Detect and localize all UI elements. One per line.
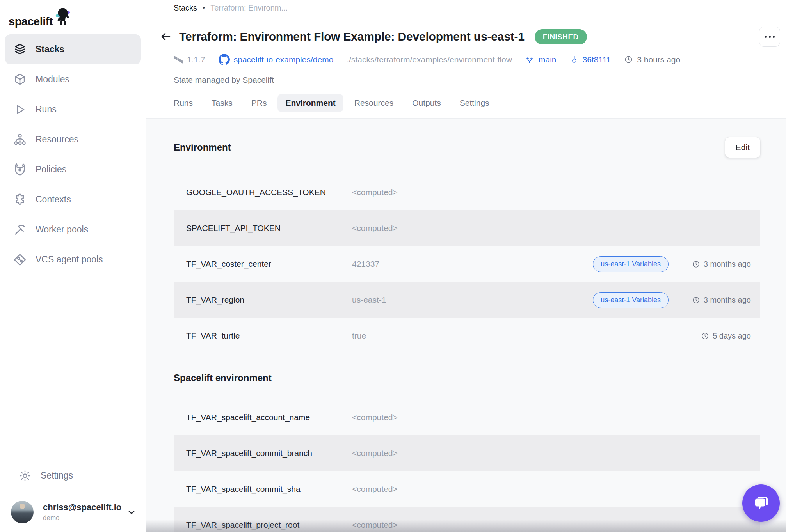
sidebar-item-vcs-agent-pools[interactable]: VCS agent pools: [5, 245, 141, 275]
github-icon: [219, 54, 230, 65]
environment-section-head: Environment Edit: [174, 137, 760, 158]
env-variable-row-tf_var_spacelift_project_root[interactable]: TF_VAR_spacelift_project_root <computed>: [174, 507, 760, 532]
sidebar-item-worker-pools[interactable]: Worker pools: [5, 215, 141, 245]
breadcrumb-separator: •: [203, 4, 205, 12]
commit-icon: [570, 55, 579, 64]
terraform-version: 1.1.7: [174, 55, 205, 65]
tab-prs[interactable]: PRs: [244, 94, 275, 112]
env-variable-row-tf_var_region[interactable]: TF_VAR_region us-east-1 us-east-1 Variab…: [174, 282, 760, 318]
chevron-down-icon: [126, 507, 137, 517]
variable-value: <computed>: [352, 520, 751, 530]
spacelift-environment-rows: TF_VAR_spacelift_account_name <computed>…: [174, 399, 760, 532]
worker-pools-icon: [13, 223, 27, 237]
variable-updated: 5 days ago: [683, 332, 751, 340]
tab-runs[interactable]: Runs: [166, 94, 201, 112]
clock-icon: [624, 55, 633, 64]
tab-environment[interactable]: Environment: [277, 94, 343, 112]
variable-name: TF_VAR_region: [186, 295, 352, 305]
variable-value: <computed>: [352, 188, 751, 197]
gear-icon: [18, 469, 32, 483]
policies-icon: [13, 163, 27, 177]
stacks-icon: [13, 43, 27, 57]
sidebar-item-label: Resources: [36, 134, 78, 145]
env-variable-row-spacelift_api_token[interactable]: SPACELIFT_API_TOKEN <computed>: [174, 210, 760, 246]
sidebar-spacer: [0, 275, 146, 461]
variable-name: TF_VAR_spacelift_commit_sha: [186, 484, 352, 494]
terraform-icon: [174, 55, 183, 65]
breadcrumb: Stacks • Terraform: Environm...: [146, 0, 786, 16]
spacelift-environment-heading: Spacelift environment: [174, 372, 760, 383]
vcs-agent-pools-icon: [13, 253, 27, 267]
env-variable-row-tf_var_spacelift_commit_sha[interactable]: TF_VAR_spacelift_commit_sha <computed>: [174, 471, 760, 507]
sidebar-item-label: Policies: [36, 164, 66, 175]
breadcrumb-stacks-link[interactable]: Stacks: [174, 4, 197, 12]
sidebar-item-stacks[interactable]: Stacks: [5, 34, 141, 64]
environment-content: Environment Edit GOOGLE_OAUTH_ACCESS_TOK…: [146, 119, 786, 532]
tab-outputs[interactable]: Outputs: [404, 94, 449, 112]
env-variable-row-google_oauth_access_token[interactable]: GOOGLE_OAUTH_ACCESS_TOKEN <computed>: [174, 174, 760, 210]
variable-value: <computed>: [352, 223, 751, 233]
brand-name: spacelift: [9, 16, 53, 29]
repo-link[interactable]: spacelift-io-examples/demo: [219, 54, 334, 65]
context-badge[interactable]: us-east-1 Variables: [593, 292, 669, 308]
env-variable-row-tf_var_turtle[interactable]: TF_VAR_turtle true 5 days ago: [174, 318, 760, 354]
user-org: demo: [43, 514, 117, 522]
state-managed-note: State managed by Spacelift: [174, 75, 780, 85]
user-meta: chriss@spacelift.io demo: [43, 502, 117, 522]
sidebar-item-settings[interactable]: Settings: [10, 461, 136, 491]
clock-icon: [701, 332, 709, 340]
branch-link[interactable]: main: [525, 55, 557, 64]
runs-icon: [13, 103, 27, 117]
tab-settings[interactable]: Settings: [452, 94, 497, 112]
page-title: Terraform: Environment Flow Example: Dev…: [179, 30, 525, 43]
variable-name: SPACELIFT_API_TOKEN: [186, 223, 352, 233]
sidebar-item-label: Contexts: [36, 194, 71, 205]
back-arrow-icon[interactable]: [160, 30, 172, 43]
variable-value: 421337: [352, 259, 593, 269]
sidebar: spacelift: [0, 0, 146, 532]
main-area: Stacks • Terraform: Environm... Terrafor…: [146, 0, 786, 532]
sidebar-item-label: Settings: [41, 470, 73, 481]
spacelift-logo[interactable]: spacelift: [0, 4, 146, 34]
spacelift-astronaut-icon: [53, 7, 74, 29]
commit-link[interactable]: 36f8111: [570, 55, 611, 64]
stack-tabs: Runs Tasks PRs Environment Resources Out…: [166, 94, 780, 112]
sidebar-item-label: VCS agent pools: [36, 254, 103, 265]
variable-value: us-east-1: [352, 295, 593, 305]
last-updated: 3 hours ago: [624, 55, 680, 64]
env-variable-row-tf_var_coster_center[interactable]: TF_VAR_coster_center 421337 us-east-1 Va…: [174, 246, 760, 282]
tab-tasks[interactable]: Tasks: [204, 94, 240, 112]
user-email: chriss@spacelift.io: [43, 502, 117, 512]
env-variable-row-tf_var_spacelift_commit_branch[interactable]: TF_VAR_spacelift_commit_branch <computed…: [174, 435, 760, 471]
sidebar-item-policies[interactable]: Policies: [5, 154, 141, 184]
modules-icon: [13, 73, 27, 87]
sidebar-item-label: Runs: [36, 104, 57, 115]
environment-heading: Environment: [174, 142, 231, 153]
chat-bubble-icon: [752, 494, 770, 512]
variable-name: TF_VAR_spacelift_project_root: [186, 520, 352, 530]
edit-button[interactable]: Edit: [725, 137, 760, 158]
chat-widget-button[interactable]: [742, 484, 780, 522]
sidebar-item-modules[interactable]: Modules: [5, 64, 141, 94]
context-badge[interactable]: us-east-1 Variables: [593, 256, 669, 272]
sidebar-item-contexts[interactable]: Contexts: [5, 184, 141, 215]
variable-name: TF_VAR_spacelift_commit_branch: [186, 449, 352, 458]
branch-icon: [525, 55, 535, 64]
breadcrumb-current: Terraform: Environm...: [210, 4, 288, 12]
user-account[interactable]: chriss@spacelift.io demo: [11, 501, 137, 523]
env-variable-row-tf_var_spacelift_account_name[interactable]: TF_VAR_spacelift_account_name <computed>: [174, 399, 760, 435]
variable-value: <computed>: [352, 484, 751, 494]
sidebar-item-runs[interactable]: Runs: [5, 94, 141, 124]
resources-icon: [13, 133, 27, 147]
variable-updated: 3 months ago: [683, 260, 751, 269]
sidebar-settings-wrap: Settings: [5, 461, 141, 491]
variable-name: TF_VAR_spacelift_account_name: [186, 413, 352, 422]
more-actions-button[interactable]: [759, 27, 780, 47]
variable-value: true: [352, 331, 669, 340]
sidebar-item-resources[interactable]: Resources: [5, 124, 141, 154]
variable-name: TF_VAR_turtle: [186, 331, 352, 340]
tab-resources[interactable]: Resources: [347, 94, 401, 112]
sidebar-nav: Stacks Modules Runs Resources Policies C…: [0, 34, 146, 275]
variable-value: <computed>: [352, 413, 751, 422]
avatar: [11, 501, 34, 523]
